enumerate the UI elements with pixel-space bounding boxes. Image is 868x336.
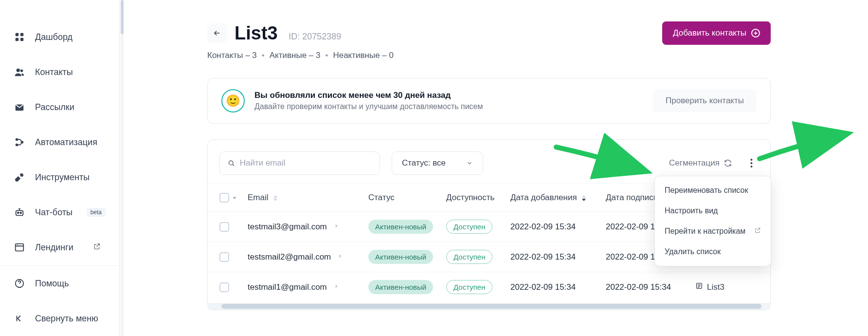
- sidebar-item-campaigns[interactable]: Рассылки: [0, 90, 119, 125]
- horizontal-scrollbar[interactable]: [208, 303, 770, 310]
- dashboard-icon: [14, 31, 25, 43]
- menu-delete[interactable]: Удалить список: [655, 242, 771, 262]
- update-banner: 🙂 Вы обновляли список менее чем 30 дней …: [207, 78, 771, 124]
- chevron-down-icon[interactable]: [232, 195, 237, 200]
- svg-rect-0: [16, 33, 18, 36]
- external-icon: [754, 227, 761, 236]
- search-input-wrapper[interactable]: [219, 151, 380, 175]
- row-checkbox[interactable]: [219, 282, 229, 292]
- collapse-icon: [14, 313, 25, 324]
- sidebar-item-label: Чат-боты: [35, 207, 72, 218]
- status-badge: Активен-новый: [368, 250, 433, 264]
- context-menu: Переименовать список Настроить вид Перей…: [654, 176, 771, 266]
- automation-icon: [14, 136, 25, 148]
- sidebar-item-landings[interactable]: Лендинги: [0, 230, 119, 265]
- svg-point-8: [21, 141, 23, 143]
- stats-row: Контакты – 3 • Активные – 3 • Неактивные…: [207, 51, 771, 60]
- status-badge: Активен-новый: [368, 220, 433, 234]
- banner-heading: Вы обновляли список менее чем 30 дней на…: [254, 91, 483, 100]
- svg-rect-12: [16, 244, 24, 251]
- menu-settings[interactable]: Перейти к настройкам: [655, 221, 771, 242]
- stats-contacts: Контакты – 3: [207, 51, 257, 60]
- sidebar-item-dashboard[interactable]: Дашборд: [0, 19, 119, 55]
- avail-badge: Доступен: [446, 280, 492, 294]
- sidebar-item-collapse[interactable]: Свернуть меню: [0, 301, 119, 336]
- sidebar-item-contacts[interactable]: Контакты: [0, 55, 119, 90]
- row-checkbox[interactable]: [219, 252, 229, 262]
- row-checkbox[interactable]: [219, 222, 229, 232]
- avail-badge: Доступен: [446, 250, 492, 264]
- sidebar-item-label: Дашборд: [35, 32, 72, 42]
- svg-rect-1: [20, 33, 23, 36]
- sidebar-item-tools[interactable]: Инструменты: [0, 160, 119, 195]
- plus-circle-icon: +: [751, 29, 760, 37]
- svg-rect-2: [16, 38, 18, 41]
- kebab-icon: [750, 158, 753, 168]
- back-button[interactable]: [207, 23, 227, 43]
- page-title: List3 ID: 20752389: [235, 23, 341, 44]
- expand-row-icon[interactable]: [334, 222, 339, 232]
- col-date-added[interactable]: Дата добавления: [510, 193, 606, 203]
- date-added: 2022-02-09 15:34: [510, 252, 606, 262]
- banner-sub: Давайте проверим контакты и улучшим дост…: [254, 102, 483, 111]
- sidebar-item-label: Рассылки: [35, 102, 74, 112]
- svg-point-6: [16, 139, 18, 141]
- col-availability[interactable]: Доступность: [446, 193, 510, 203]
- refresh-icon: [723, 159, 732, 168]
- email-value: testsmail2@gmail.com: [248, 252, 331, 262]
- annotation-arrow: [554, 142, 646, 178]
- list-icon: [695, 282, 703, 292]
- svg-rect-9: [16, 210, 23, 215]
- svg-point-15: [750, 159, 752, 161]
- status-filter[interactable]: Статус: все: [392, 151, 483, 175]
- sidebar: Дашборд Контакты Рассылки Автоматизация …: [0, 0, 120, 336]
- col-status[interactable]: Статус: [368, 193, 446, 203]
- status-badge: Активен-новый: [368, 280, 433, 294]
- email-value: testmail1@gmail.com: [248, 282, 327, 292]
- annotation-arrow: [757, 130, 850, 165]
- help-icon: [14, 278, 25, 289]
- external-icon: [93, 243, 101, 253]
- add-contacts-button[interactable]: Добавить контакты +: [662, 21, 771, 45]
- sidebar-item-chatbots[interactable]: Чат-боты beta: [0, 195, 119, 230]
- svg-point-7: [16, 144, 18, 146]
- sidebar-item-help[interactable]: Помощь: [0, 266, 119, 301]
- sidebar-item-label: Автоматизация: [35, 137, 97, 148]
- select-all-checkbox[interactable]: [219, 193, 229, 203]
- avail-badge: Доступен: [446, 220, 492, 234]
- table-row: testmail1@gmail.com Активен-новый Доступ…: [208, 272, 770, 302]
- segmentation-button[interactable]: Сегментация: [669, 158, 732, 168]
- stats-active: Активные – 3: [270, 51, 321, 60]
- svg-rect-3: [20, 38, 23, 41]
- svg-point-17: [750, 166, 752, 168]
- more-menu-button[interactable]: [744, 153, 759, 173]
- expand-row-icon[interactable]: [338, 252, 343, 262]
- svg-point-10: [18, 212, 19, 214]
- contacts-table-card: Статус: все Сегментация Переименовать сп…: [207, 139, 771, 310]
- expand-row-icon[interactable]: [334, 282, 339, 292]
- svg-point-14: [229, 161, 233, 165]
- contacts-icon: [14, 66, 25, 78]
- col-email[interactable]: Email: [248, 193, 368, 203]
- list-name: List3: [707, 282, 724, 292]
- landing-icon: [14, 242, 25, 253]
- sidebar-item-label: Лендинги: [35, 243, 73, 253]
- tools-icon: [14, 171, 25, 183]
- sidebar-item-label: Инструменты: [35, 172, 90, 183]
- smile-icon: 🙂: [221, 89, 245, 112]
- list-id: ID: 20752389: [289, 32, 341, 41]
- chevron-down-icon: [466, 160, 473, 167]
- bot-icon: [14, 206, 25, 218]
- menu-rename[interactable]: Переименовать список: [655, 180, 771, 201]
- email-value: testmail3@gmail.com: [248, 222, 327, 232]
- date-added: 2022-02-09 15:34: [510, 222, 606, 232]
- sidebar-item-automation[interactable]: Автоматизация: [0, 125, 119, 160]
- check-contacts-button[interactable]: Проверить контакты: [653, 89, 757, 112]
- stats-inactive: Неактивные – 0: [333, 51, 394, 60]
- date-added: 2022-02-09 15:34: [510, 282, 606, 292]
- menu-view[interactable]: Настроить вид: [655, 201, 771, 221]
- sidebar-item-label: Контакты: [35, 67, 73, 77]
- search-input[interactable]: [240, 158, 372, 168]
- sidebar-item-label: Свернуть меню: [35, 314, 98, 324]
- svg-point-5: [20, 70, 23, 73]
